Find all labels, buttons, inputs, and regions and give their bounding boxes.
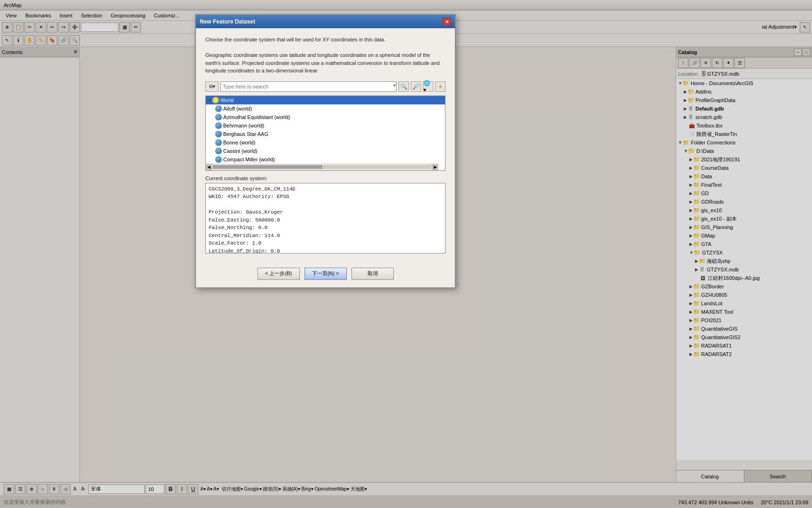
dialog-desc-line1: Choose the coordinate system that will b… <box>205 36 445 44</box>
dialog-search-row: ⊟▾ ▾ 🔍 🔎 🌐▾ ★ <box>205 81 445 92</box>
search-extra-button[interactable]: 🔎 <box>411 81 421 92</box>
favorites-button[interactable]: ★ <box>435 81 445 92</box>
dialog-close-button[interactable]: ✕ <box>443 17 451 26</box>
search-dropdown-arrow: ▾ <box>393 83 396 88</box>
tree-item-compact-miller[interactable]: Compact Miller (world) <box>206 155 445 164</box>
coord-text-content: CGCS2000_3_Degree_GK_CM_114EWKID: 4547 A… <box>209 185 442 254</box>
dialog-description: Choose the coordinate system that will b… <box>205 36 445 75</box>
tree-label-azimuthal: Azimuthal Equidistant (world) <box>223 114 290 120</box>
star-icon: ★ <box>438 83 443 90</box>
tree-item-bonne[interactable]: Bonne (world) <box>206 138 445 147</box>
globe-icon-cassini <box>215 148 222 154</box>
tree-item-aitoff[interactable]: Aitoff (world) <box>206 104 445 113</box>
globe-icon-bonne <box>215 139 222 146</box>
dialog-overlay: New Feature Dataset ✕ Choose the coordin… <box>0 0 812 508</box>
tree-label-behrmann: Behrmann (world) <box>223 123 264 128</box>
tree-label-bonne: Bonne (world) <box>223 140 255 145</box>
dialog-title-bar: New Feature Dataset ✕ <box>196 15 455 28</box>
hscroll-thumb <box>213 165 322 169</box>
globe-button[interactable]: 🌐▾ <box>423 81 433 92</box>
tree-hscrollbar[interactable]: ◀ ▶ <box>206 164 438 170</box>
hscroll-left[interactable]: ◀ <box>206 164 212 170</box>
current-coord-label: Current coordinate system: <box>205 175 445 181</box>
search-execute-button[interactable]: 🔍 <box>398 81 409 92</box>
dialog-title: New Feature Dataset <box>200 18 255 25</box>
globe-icon-compact-miller <box>215 156 222 163</box>
tree-label-compact-miller: Compact Miller (world) <box>223 157 275 162</box>
tree-label-aitoff: Aitoff (world) <box>223 106 252 111</box>
current-coord-text: CGCS2000_3_Degree_GK_CM_114EWKID: 4547 A… <box>205 183 445 254</box>
tree-item-behrmann[interactable]: Behrmann (world) <box>206 121 445 130</box>
dialog-footer: < 上一步(B) 下一页(N) > 取消 <box>196 261 455 287</box>
globe-icon-azimuthal <box>215 114 222 120</box>
tree-label-world: World <box>220 97 234 103</box>
globe-icon: 🌐▾ <box>423 80 433 93</box>
hscroll-right[interactable]: ▶ <box>432 164 438 170</box>
search-input-wrapper: ▾ <box>220 81 397 92</box>
new-feature-dataset-dialog: New Feature Dataset ✕ Choose the coordin… <box>195 14 456 288</box>
filter-icon: ⊟▾ <box>209 84 215 89</box>
tree-item-cassini[interactable]: Cassini (world) <box>206 147 445 155</box>
tree-label-cassini: Cassini (world) <box>223 148 258 154</box>
dialog-desc-line2: Geographic coordinate systems use latitu… <box>205 51 445 75</box>
world-folder-icon: 📁 <box>212 97 219 103</box>
next-button[interactable]: 下一页(N) > <box>304 268 347 280</box>
globe-icon-aitoff <box>215 105 222 112</box>
expand-world: ▼ <box>208 98 212 103</box>
tree-item-azimuthal[interactable]: Azimuthal Equidistant (world) <box>206 113 445 121</box>
search-icon: 🔍 <box>400 83 407 90</box>
tree-item-world[interactable]: ▼ 📁 World <box>206 96 445 104</box>
globe-icon-behrmann <box>215 122 222 129</box>
tree-label-berghaus: Berghaus Star AAG <box>223 131 268 137</box>
coord-search-input[interactable] <box>220 81 397 92</box>
globe-icon-berghaus <box>215 131 222 137</box>
tree-item-berghaus[interactable]: Berghaus Star AAG <box>206 130 445 138</box>
back-button[interactable]: < 上一步(B) <box>258 268 300 280</box>
coord-system-tree: ▼ 📁 World Aitoff (world) Azimuthal Equid… <box>205 95 445 171</box>
search-filter-button[interactable]: ⊟▾ <box>205 81 219 92</box>
cancel-button[interactable]: 取消 <box>351 268 394 280</box>
hscroll-track <box>213 165 431 169</box>
dialog-body: Choose the coordinate system that will b… <box>196 28 455 261</box>
search-extra-icon: 🔎 <box>413 83 420 90</box>
